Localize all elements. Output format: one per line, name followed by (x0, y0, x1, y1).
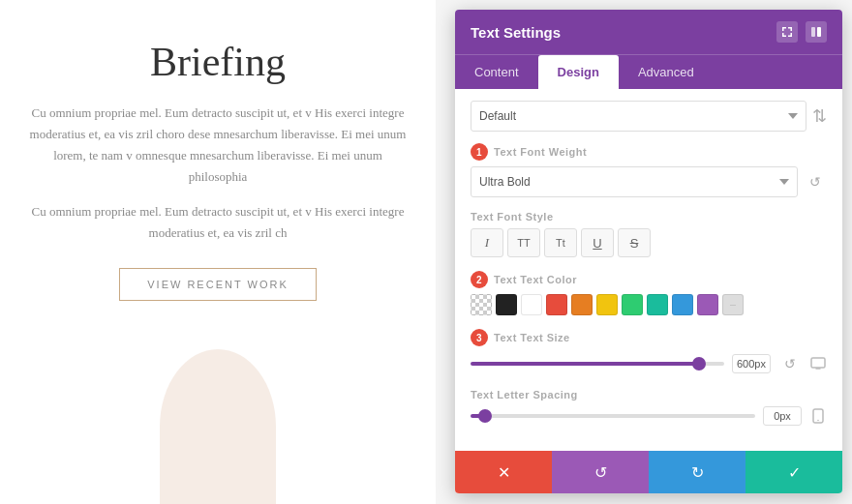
default-arrows-icon: ⇅ (812, 105, 827, 127)
panel-title: Text Settings (471, 24, 561, 41)
font-style-label: Text Font Style (471, 211, 827, 222)
text-size-track (471, 362, 724, 366)
page-title: Briefing (150, 39, 286, 85)
default-select[interactable]: Default (471, 101, 806, 132)
color-white[interactable] (521, 294, 542, 315)
text-size-thumb[interactable] (692, 357, 706, 371)
color-purple[interactable] (697, 294, 718, 315)
letter-spacing-value[interactable]: 0px (763, 406, 802, 426)
text-size-reset-icon[interactable]: ↺ (778, 352, 802, 375)
badge-1: 1 (471, 143, 488, 161)
underline-button[interactable]: U (581, 228, 614, 257)
color-swatches: ··· (471, 294, 827, 315)
font-weight-row: 1 Text Font Weight Ultra Bold ↺ (471, 143, 827, 197)
panel-header-icons (776, 21, 827, 43)
color-red[interactable] (546, 294, 567, 315)
desktop-icon[interactable] (809, 355, 827, 372)
badge-2: 2 (471, 271, 488, 288)
panel-body: Default ⇅ 1 Text Font Weight Ultra Bold … (455, 89, 842, 451)
svg-point-4 (817, 420, 819, 422)
font-style-row: Text Font Style I TT Tt U S (471, 211, 827, 257)
tab-advanced[interactable]: Advanced (619, 55, 714, 89)
text-color-label: 2 Text Text Color (471, 271, 827, 288)
columns-icon-button[interactable] (806, 21, 827, 43)
italic-button[interactable]: I (471, 228, 503, 257)
text-size-value[interactable]: 600px (732, 354, 771, 373)
letter-spacing-thumb[interactable] (478, 409, 492, 423)
letter-spacing-track (471, 414, 755, 418)
undo-button[interactable]: ↺ (552, 451, 649, 493)
decorative-overlay (160, 349, 276, 504)
panel-footer: ✕ ↺ ↻ ✓ (455, 451, 842, 493)
font-weight-select-row: Ultra Bold ↺ (471, 166, 827, 197)
color-green[interactable] (622, 294, 643, 315)
expand-icon-button[interactable] (776, 21, 798, 43)
style-buttons: I TT Tt U S (471, 228, 827, 257)
text-size-row: 3 Text Text Size 600px ↺ (471, 329, 827, 375)
save-button[interactable]: ✓ (746, 451, 842, 493)
capitalize-button[interactable]: Tt (544, 228, 577, 257)
color-blue[interactable] (672, 294, 693, 315)
cancel-button[interactable]: ✕ (455, 451, 552, 493)
body-text-2: Cu omnium propriae mel. Eum detracto sus… (29, 201, 407, 244)
svg-rect-1 (817, 27, 821, 37)
view-recent-work-button[interactable]: VIEW RECENT WORK (119, 268, 316, 301)
text-color-row: 2 Text Text Color ··· (471, 271, 827, 315)
font-weight-label: 1 Text Font Weight (471, 143, 827, 161)
text-size-slider-row: 600px ↺ (471, 352, 827, 375)
svg-rect-0 (811, 27, 815, 37)
letter-spacing-row: Text Letter Spacing 0px (471, 389, 827, 426)
color-teal[interactable] (647, 294, 668, 315)
panel-tabs: Content Design Advanced (455, 54, 842, 89)
body-text-1: Cu omnium propriae mel. Eum detracto sus… (29, 103, 407, 188)
font-weight-reset-icon[interactable]: ↺ (804, 170, 827, 193)
text-size-slider-container (471, 362, 724, 366)
letter-spacing-label: Text Letter Spacing (471, 389, 827, 400)
default-row: Default ⇅ (471, 101, 827, 132)
panel-header: Text Settings (455, 10, 842, 54)
mobile-icon[interactable] (809, 407, 827, 425)
letter-spacing-slider-row: 0px (471, 406, 827, 426)
uppercase-button[interactable]: TT (507, 228, 540, 257)
tab-design[interactable]: Design (538, 55, 619, 89)
color-more[interactable]: ··· (722, 294, 744, 315)
strikethrough-button[interactable]: S (618, 228, 651, 257)
tab-content[interactable]: Content (455, 55, 538, 89)
badge-3: 3 (471, 329, 488, 346)
font-weight-select[interactable]: Ultra Bold (471, 166, 798, 197)
svg-rect-2 (811, 358, 825, 368)
color-black[interactable] (496, 294, 517, 315)
text-settings-panel: Text Settings Content Design Advanced (455, 10, 842, 493)
color-yellow[interactable] (596, 294, 618, 315)
redo-button[interactable]: ↻ (649, 451, 746, 493)
color-orange[interactable] (571, 294, 593, 315)
color-transparent[interactable] (471, 294, 492, 315)
text-size-label: 3 Text Text Size (471, 329, 827, 346)
content-area: Briefing Cu omnium propriae mel. Eum det… (0, 0, 436, 504)
letter-spacing-slider-container (471, 414, 755, 418)
